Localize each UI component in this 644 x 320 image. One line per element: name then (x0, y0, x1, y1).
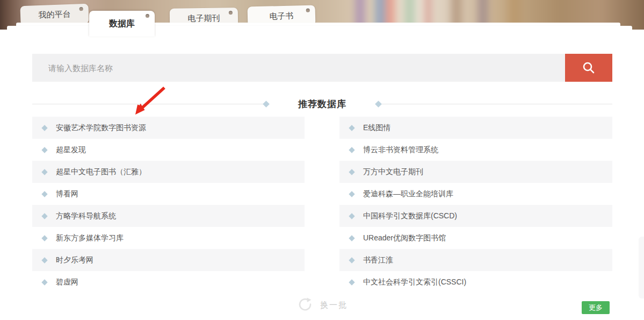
search-bar (32, 54, 612, 82)
diamond-bullet-icon (41, 147, 47, 153)
database-item-label: 爱迪科森—职业全能培训库 (363, 189, 453, 199)
database-item-label: 安徽艺术学院数字图书资源 (56, 123, 146, 133)
side-widget (639, 237, 644, 298)
diamond-bullet-icon (349, 257, 354, 263)
refresh-batch-button[interactable]: 换一批 (0, 296, 644, 314)
diamond-bullet-icon (349, 147, 354, 153)
tab-database-active[interactable]: 数据库 (89, 11, 155, 37)
database-item[interactable]: 安徽艺术学院数字图书资源 (32, 117, 305, 139)
diamond-bullet-icon (349, 191, 354, 197)
divider-line (32, 104, 264, 104)
section-title: 推荐数据库 (298, 98, 346, 110)
database-item[interactable]: 超星发现 (32, 139, 305, 161)
database-item[interactable]: 书香江淮 (339, 249, 612, 271)
tab-label: 电子书 (269, 11, 293, 22)
database-item[interactable]: UReader优阅数字图书馆 (339, 227, 612, 249)
database-item-label: 方略学科导航系统 (56, 211, 116, 221)
pin-dot-icon (306, 9, 310, 12)
database-item[interactable]: 万方中文电子期刊 (339, 161, 612, 183)
database-item[interactable]: 时夕乐考网 (32, 249, 305, 271)
more-button[interactable]: 更多 (582, 301, 610, 314)
search-icon (582, 61, 596, 75)
database-item[interactable]: 博云非书资料管理系统 (339, 139, 612, 161)
diamond-bullet-icon (349, 213, 354, 219)
diamond-bullet-icon (349, 125, 354, 131)
database-item-label: 超星发现 (56, 145, 86, 155)
database-item[interactable]: 爱迪科森—职业全能培训库 (339, 183, 612, 205)
diamond-icon (263, 101, 270, 108)
database-item[interactable]: E线图情 (339, 117, 612, 139)
diamond-icon (375, 101, 382, 108)
database-item[interactable]: 中文社会科学引文索引(CSSCI) (339, 271, 612, 293)
divider-line (381, 104, 612, 104)
diamond-bullet-icon (41, 257, 47, 263)
database-list-right: E线图情 博云非书资料管理系统 万方中文电子期刊 爱迪科森—职业全能培训库 中国… (339, 117, 612, 293)
database-item[interactable]: 超星中文电子图书（汇雅） (32, 161, 305, 183)
recommended-section-header: 推荐数据库 (32, 97, 612, 111)
database-item[interactable]: 碧虚网 (32, 271, 305, 293)
pin-dot-icon (229, 11, 233, 15)
tab-label: 电子期刊 (187, 13, 220, 24)
database-item-label: 中国科学引文数据库(CSCD) (363, 211, 457, 221)
diamond-bullet-icon (41, 213, 47, 219)
diamond-bullet-icon (349, 279, 354, 285)
database-item[interactable]: 中国科学引文数据库(CSCD) (339, 205, 612, 227)
pin-dot-icon (79, 7, 83, 11)
diamond-bullet-icon (349, 169, 354, 175)
diamond-bullet-icon (349, 235, 354, 241)
database-item-label: UReader优阅数字图书馆 (363, 233, 446, 243)
diamond-bullet-icon (41, 191, 47, 197)
tab-label: 我的平台 (38, 9, 71, 20)
diamond-bullet-icon (41, 279, 47, 285)
pin-dot-icon (146, 14, 149, 18)
database-list-left: 安徽艺术学院数字图书资源 超星发现 超星中文电子图书（汇雅） 博看网 方略学科导… (32, 117, 305, 293)
database-item-label: 万方中文电子期刊 (363, 167, 423, 177)
database-item-label: 超星中文电子图书（汇雅） (56, 167, 146, 177)
database-item-label: 书香江淮 (363, 255, 393, 265)
diamond-bullet-icon (41, 235, 47, 241)
database-item-label: E线图情 (363, 123, 390, 133)
search-input[interactable] (32, 54, 565, 82)
database-item-label: 博云非书资料管理系统 (363, 145, 438, 155)
database-item-label: 新东方多媒体学习库 (56, 233, 124, 243)
database-item-label: 中文社会科学引文索引(CSSCI) (363, 278, 466, 287)
database-item[interactable]: 博看网 (32, 183, 305, 205)
database-item[interactable]: 方略学科导航系统 (32, 205, 305, 227)
diamond-bullet-icon (41, 169, 47, 175)
refresh-icon (296, 297, 313, 313)
database-item-label: 时夕乐考网 (56, 255, 93, 265)
refresh-label: 换一批 (320, 300, 348, 310)
search-button[interactable] (565, 54, 612, 82)
tab-label: 数据库 (109, 18, 135, 30)
database-item-label: 博看网 (56, 189, 78, 199)
database-item[interactable]: 新东方多媒体学习库 (32, 227, 305, 249)
diamond-bullet-icon (41, 125, 47, 131)
database-item-label: 碧虚网 (56, 278, 78, 287)
